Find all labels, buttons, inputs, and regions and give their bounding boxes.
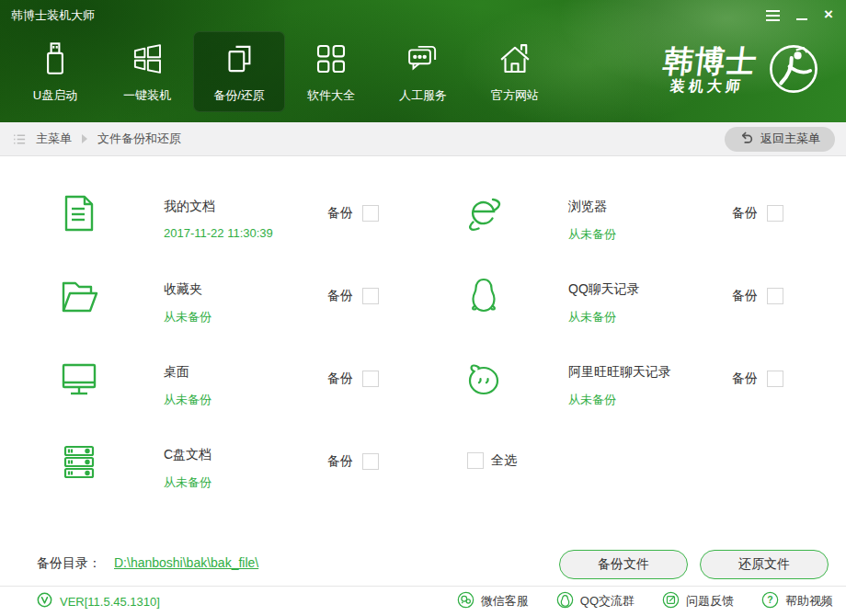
backup-checkbox[interactable] bbox=[362, 205, 379, 222]
back-arrow-icon bbox=[739, 131, 753, 147]
main-nav: U盘启动 一键装机 备份/还原 软件大全 bbox=[9, 31, 561, 112]
backup-item-desktop: 桌面 从未备份 备份 bbox=[37, 345, 432, 428]
svg-text:?: ? bbox=[767, 595, 772, 605]
nav-item-usb-boot[interactable]: U盘启动 bbox=[9, 31, 101, 112]
backup-item-favorites: 收藏夹 从未备份 备份 bbox=[37, 262, 432, 345]
backup-item-title: 阿里旺旺聊天记录 bbox=[568, 364, 671, 381]
official-website-icon bbox=[496, 40, 534, 81]
footer-link-wechat-service[interactable]: 微信客服 bbox=[457, 591, 529, 611]
backup-label: 备份 bbox=[732, 205, 758, 222]
nav-item-one-key-install[interactable]: 一键装机 bbox=[101, 31, 193, 112]
nav-item-live-support[interactable]: 人工服务 bbox=[377, 31, 469, 112]
backup-panel: 我的文档 2017-11-22 11:30:39 备份 浏览器 从未备份 备份 … bbox=[0, 156, 846, 586]
footer-link-feedback[interactable]: 问题反馈 bbox=[662, 591, 734, 611]
footer-links: 微信客服 QQ交流群 问题反馈 ? bbox=[457, 591, 833, 611]
nav-item-official-website[interactable]: 官方网站 bbox=[469, 31, 561, 112]
backup-directory-link[interactable]: D:\hanboshi\bak\bak_file\ bbox=[114, 555, 258, 570]
breadcrumb-current: 文件备份和还原 bbox=[97, 131, 181, 147]
favorites-folder-icon bbox=[57, 274, 101, 318]
backup-item-c-drive: C盘文档 从未备份 备份 bbox=[37, 428, 432, 510]
backup-label: 备份 bbox=[732, 288, 758, 304]
backup-item-title: C盘文档 bbox=[164, 447, 212, 463]
software-collection-icon bbox=[312, 40, 350, 81]
backup-item-status: 从未备份 bbox=[568, 226, 616, 243]
brand-emblem-icon bbox=[765, 40, 822, 101]
footer-link-label: QQ交流群 bbox=[580, 593, 634, 610]
version-row: VER[11.5.45.1310] bbox=[37, 592, 160, 610]
backup-item-my-documents: 我的文档 2017-11-22 11:30:39 备份 bbox=[37, 179, 432, 262]
menu-icon[interactable] bbox=[766, 8, 780, 21]
footer-link-help-video[interactable]: ? 帮助视频 bbox=[761, 591, 833, 611]
nav-item-label: 官方网站 bbox=[491, 87, 539, 104]
qq-group-icon bbox=[556, 591, 574, 611]
feedback-icon bbox=[662, 591, 680, 611]
backup-item-title: 浏览器 bbox=[568, 199, 607, 215]
footer-link-qq-group[interactable]: QQ交流群 bbox=[556, 591, 634, 611]
backup-directory-row: 备份目录：D:\hanboshi\bak\bak_file\ bbox=[37, 555, 258, 572]
logo-subtitle: 装机大师 bbox=[659, 77, 755, 96]
nav-item-label: 人工服务 bbox=[399, 87, 447, 104]
footer-link-label: 微信客服 bbox=[481, 593, 529, 610]
backup-checkbox[interactable] bbox=[767, 205, 783, 222]
nav-item-software-collection[interactable]: 软件大全 bbox=[285, 31, 377, 112]
backup-checkbox[interactable] bbox=[767, 288, 783, 304]
logo-title: 韩博士 bbox=[661, 46, 759, 77]
nav-item-label: 软件大全 bbox=[307, 87, 355, 104]
breadcrumb-root[interactable]: 主菜单 bbox=[36, 131, 72, 147]
select-all-row: 全选 bbox=[467, 452, 517, 469]
footer-link-label: 问题反馈 bbox=[686, 593, 734, 610]
backup-label: 备份 bbox=[327, 453, 353, 470]
brand-logo: 韩博士 装机大师 bbox=[662, 40, 822, 101]
one-key-install-icon bbox=[128, 40, 166, 81]
footer-link-label: 帮助视频 bbox=[785, 593, 833, 610]
backup-item-qq-chat: QQ聊天记录 从未备份 备份 bbox=[441, 262, 837, 345]
backup-item-status: 2017-11-22 11:30:39 bbox=[164, 226, 273, 240]
window-controls: × bbox=[766, 8, 833, 21]
breadcrumb-bar: 主菜单 文件备份和还原 返回主菜单 bbox=[0, 122, 846, 156]
backup-item-title: 收藏夹 bbox=[164, 281, 202, 298]
nav-item-label: 一键装机 bbox=[123, 87, 171, 104]
backup-checkbox[interactable] bbox=[767, 371, 783, 387]
minimize-icon[interactable] bbox=[796, 8, 807, 20]
backup-label: 备份 bbox=[327, 371, 353, 387]
qq-chat-icon bbox=[462, 274, 506, 318]
backup-checkbox[interactable] bbox=[362, 453, 379, 470]
backup-label: 备份 bbox=[327, 288, 353, 304]
nav-item-backup-restore[interactable]: 备份/还原 bbox=[193, 31, 285, 112]
back-button-label: 返回主菜单 bbox=[760, 131, 820, 147]
backup-directory-label: 备份目录： bbox=[37, 555, 101, 570]
nav-item-label: 备份/还原 bbox=[213, 87, 265, 104]
version-icon bbox=[37, 592, 52, 610]
footer: VER[11.5.45.1310] 微信客服 QQ交流群 bbox=[0, 586, 846, 616]
backup-item-title: QQ聊天记录 bbox=[568, 281, 640, 298]
backup-item-browser: 浏览器 从未备份 备份 bbox=[441, 179, 837, 262]
back-to-main-menu-button[interactable]: 返回主菜单 bbox=[725, 127, 835, 152]
close-icon[interactable]: × bbox=[824, 8, 833, 21]
usb-boot-icon bbox=[36, 40, 74, 81]
c-drive-icon bbox=[57, 439, 101, 484]
action-buttons: 备份文件 还原文件 bbox=[559, 550, 829, 579]
my-documents-icon bbox=[57, 191, 101, 235]
desktop-icon bbox=[57, 357, 101, 401]
app-header: 韩博士装机大师 × U盘启动 一键装机 bbox=[0, 0, 846, 122]
backup-restore-icon bbox=[220, 40, 258, 81]
aliwangwang-icon bbox=[462, 357, 506, 401]
backup-item-title: 我的文档 bbox=[164, 199, 215, 215]
backup-item-status: 从未备份 bbox=[568, 309, 616, 325]
restore-files-button[interactable]: 还原文件 bbox=[700, 550, 829, 579]
backup-files-button[interactable]: 备份文件 bbox=[559, 550, 688, 579]
backup-label: 备份 bbox=[732, 371, 758, 387]
backup-item-status: 从未备份 bbox=[164, 309, 212, 325]
live-support-icon bbox=[404, 40, 442, 81]
backup-checkbox[interactable] bbox=[362, 288, 379, 304]
wechat-service-icon bbox=[457, 591, 474, 611]
backup-checkbox[interactable] bbox=[362, 371, 379, 387]
nav-item-label: U盘启动 bbox=[33, 87, 77, 104]
list-menu-icon bbox=[13, 132, 27, 146]
backup-item-aliwangwang: 阿里旺旺聊天记录 从未备份 备份 bbox=[441, 345, 837, 428]
backup-item-status: 从未备份 bbox=[164, 392, 212, 408]
select-all-checkbox[interactable] bbox=[467, 452, 484, 469]
backup-item-title: 桌面 bbox=[164, 364, 189, 381]
window-title: 韩博士装机大师 bbox=[11, 7, 95, 24]
version-label: VER[11.5.45.1310] bbox=[60, 595, 160, 609]
